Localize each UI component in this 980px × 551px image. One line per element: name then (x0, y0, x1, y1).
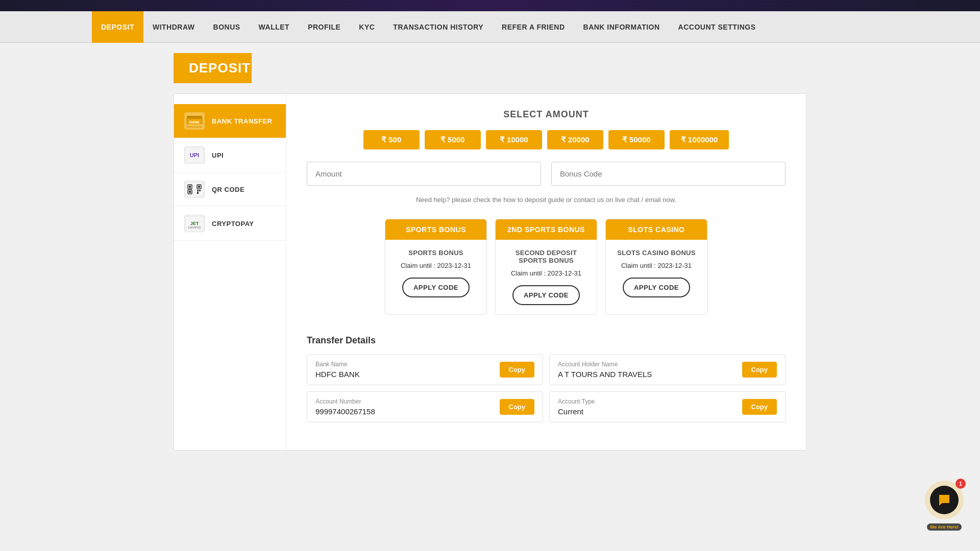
transfer-field-account-number: Account Number 99997400267158 Copy (307, 391, 543, 422)
cryptopay-icon: JET CRYPTO (184, 215, 205, 232)
transfer-details-grid: Bank Name HDFC BANK Copy Account Holder … (307, 354, 786, 422)
amount-btn-20000[interactable]: ₹ 20000 (547, 130, 603, 149)
bank-name-value: HDFC BANK (315, 370, 494, 379)
svg-text:JET: JET (190, 221, 199, 226)
bonus-card-2nd-sports: 2ND SPORTS BONUS SECOND DEPOSITSPORTS BO… (495, 219, 597, 315)
right-content: SELECT AMOUNT ₹ 500 ₹ 5000 ₹ 10000 ₹ 200… (286, 94, 806, 450)
amount-btn-10000[interactable]: ₹ 10000 (486, 130, 542, 149)
page-title: DEPOSIT (189, 60, 251, 76)
cryptopay-label: CRYPTOPAY (212, 220, 254, 228)
sidebar-item-upi[interactable]: UPI UPI (174, 138, 286, 172)
account-type-label: Account Type (558, 398, 736, 405)
2nd-sports-bonus-date: Claim until : 2023-12-31 (503, 269, 590, 277)
copy-account-number-btn[interactable]: Copy (500, 399, 535, 415)
amount-input[interactable] (307, 162, 541, 186)
chat-bubble-icon (937, 493, 951, 507)
bonus-card-sports: SPORTS BONUS SPORTS BONUS Claim until : … (385, 219, 487, 315)
nav-wallet[interactable]: WALLET (250, 11, 299, 43)
slots-casino-header: SLOTS CASINO (606, 219, 707, 240)
svg-rect-13 (197, 190, 199, 191)
account-number-value: 99997400267158 (315, 407, 494, 416)
account-type-info: Account Type Current (558, 398, 736, 416)
amount-btn-50000[interactable]: ₹ 50000 (608, 130, 665, 149)
slots-casino-apply-btn[interactable]: APPLY CODE (623, 278, 690, 297)
copy-account-type-btn[interactable]: Copy (742, 399, 777, 415)
sidebar-item-qr-code[interactable]: QR CODE (174, 172, 286, 207)
bank-name-info: Bank Name HDFC BANK (315, 361, 494, 379)
svg-rect-6 (185, 182, 204, 196)
amount-btn-500[interactable]: ₹ 500 (363, 130, 420, 149)
2nd-sports-bonus-apply-btn[interactable]: APPLY CODE (512, 285, 580, 305)
slots-casino-date: Claim until : 2023-12-31 (613, 262, 700, 269)
svg-rect-11 (198, 186, 200, 188)
deposit-input-row (307, 162, 786, 186)
bank-transfer-icon: BANK TRANSFER (184, 112, 205, 130)
account-holder-info: Account Holder Name A T TOURS AND TRAVEL… (558, 361, 736, 379)
2nd-sports-bonus-header: 2ND SPORTS BONUS (496, 219, 597, 240)
transfer-details-title: Transfer Details (307, 335, 786, 346)
svg-rect-14 (199, 190, 201, 191)
sports-bonus-name: SPORTS BONUS (393, 249, 479, 257)
bank-name-label: Bank Name (315, 361, 494, 368)
help-text: Need help? please check the how to depos… (307, 196, 786, 204)
nav-withdraw[interactable]: WITHDRAW (143, 11, 204, 43)
sports-bonus-date: Claim until : 2023-12-31 (393, 262, 479, 269)
bank-transfer-label: BANK TRANSFER (212, 117, 272, 125)
svg-text:TRANSFER: TRANSFER (186, 124, 203, 127)
copy-account-holder-btn[interactable]: Copy (742, 362, 777, 378)
account-holder-label: Account Holder Name (558, 361, 736, 368)
nav-bank-information[interactable]: BANK INFORMATION (574, 11, 669, 43)
sports-bonus-apply-btn[interactable]: APPLY CODE (402, 278, 470, 297)
transfer-field-bank-name: Bank Name HDFC BANK Copy (307, 354, 543, 385)
nav-bonus[interactable]: BONUS (204, 11, 250, 43)
2nd-sports-bonus-name: SECOND DEPOSITSPORTS BONUS (503, 249, 590, 264)
nav-profile[interactable]: PROFILE (299, 11, 350, 43)
qr-code-label: QR CODE (212, 186, 244, 193)
svg-text:UPI: UPI (190, 152, 199, 158)
payment-sidebar: BANK TRANSFER BANK TRANSFER UPI UPI (174, 94, 286, 450)
svg-text:BANK: BANK (189, 120, 200, 124)
account-type-value: Current (558, 407, 736, 416)
nav-transaction-history[interactable]: TRANSACTION HISTORY (384, 11, 493, 43)
main-content: BANK TRANSFER BANK TRANSFER UPI UPI (174, 93, 806, 450)
account-number-info: Account Number 99997400267158 (315, 398, 494, 416)
svg-rect-10 (189, 186, 191, 188)
sidebar-item-cryptopay[interactable]: JET CRYPTO CRYPTOPAY (174, 207, 286, 241)
sports-bonus-body: SPORTS BONUS Claim until : 2023-12-31 AP… (385, 240, 486, 307)
amount-btn-5000[interactable]: ₹ 5000 (425, 130, 481, 149)
amount-btn-1000000[interactable]: ₹ 1000000 (670, 130, 729, 149)
page-header: DEPOSIT (174, 53, 271, 83)
bonus-cards-container: SPORTS BONUS SPORTS BONUS Claim until : … (307, 219, 786, 315)
chat-notification-badge: 1 (955, 479, 966, 489)
svg-rect-1 (187, 116, 202, 119)
svg-text:CRYPTO: CRYPTO (188, 226, 201, 229)
chat-widget[interactable]: 1 We Are Here! (924, 480, 965, 531)
select-amount-title: SELECT AMOUNT (307, 109, 786, 120)
chat-label: We Are Here! (927, 523, 962, 531)
transfer-field-account-holder: Account Holder Name A T TOURS AND TRAVEL… (549, 354, 786, 385)
svg-rect-15 (197, 192, 199, 194)
amount-buttons-group: ₹ 500 ₹ 5000 ₹ 10000 ₹ 20000 ₹ 50000 ₹ 1… (307, 130, 786, 149)
nav-account-settings[interactable]: ACCOUNT SETTINGS (669, 11, 765, 43)
account-number-label: Account Number (315, 398, 494, 405)
slots-casino-name: SLOTS CASINO BONUS (613, 249, 700, 257)
qr-code-icon (184, 181, 205, 198)
upi-label: UPI (212, 152, 224, 159)
slots-casino-body: SLOTS CASINO BONUS Claim until : 2023-12… (606, 240, 707, 307)
sidebar-item-bank-transfer[interactable]: BANK TRANSFER BANK TRANSFER (174, 104, 286, 138)
nav-kyc[interactable]: KYC (350, 11, 384, 43)
transfer-field-account-type: Account Type Current Copy (549, 391, 786, 422)
account-holder-value: A T TOURS AND TRAVELS (558, 370, 736, 379)
nav-refer-a-friend[interactable]: REFER A FRIEND (493, 11, 574, 43)
2nd-sports-bonus-body: SECOND DEPOSITSPORTS BONUS Claim until :… (496, 240, 597, 314)
bonus-card-slots: SLOTS CASINO SLOTS CASINO BONUS Claim un… (605, 219, 707, 315)
sports-bonus-header: SPORTS BONUS (385, 219, 486, 240)
upi-icon: UPI (184, 146, 205, 164)
copy-bank-name-btn[interactable]: Copy (500, 362, 535, 378)
main-navigation: DEPOSIT WITHDRAW BONUS WALLET PROFILE KY… (0, 11, 980, 43)
top-banner (0, 0, 980, 11)
bonus-code-input[interactable] (551, 162, 786, 186)
page-container: DEPOSIT BANK TRANSFER BANK TRANSFER (174, 43, 806, 461)
nav-deposit[interactable]: DEPOSIT (92, 11, 143, 43)
svg-rect-12 (189, 191, 191, 193)
